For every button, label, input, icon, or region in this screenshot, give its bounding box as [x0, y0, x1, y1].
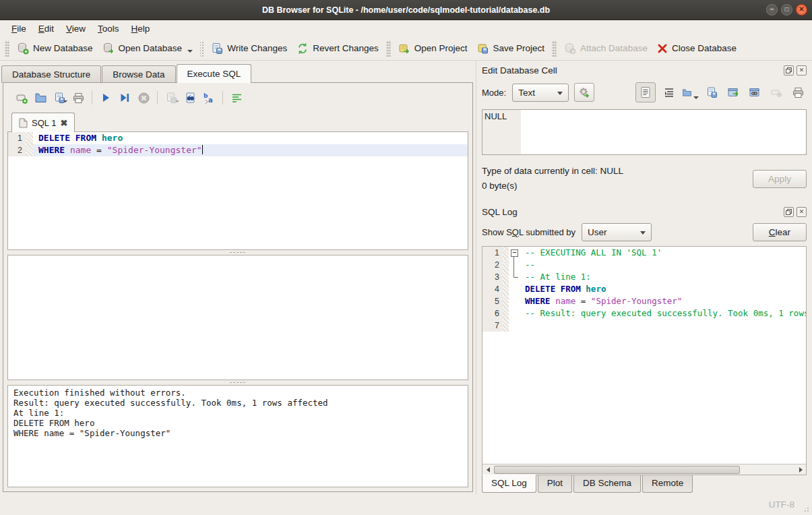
cell-type-info: Type of data currently in cell: NULL	[482, 164, 623, 179]
sql-editor-lines[interactable]: 1DELETE FROM hero2WHERE name = "Spider-Y…	[8, 132, 468, 156]
open-sql-tab-icon[interactable]	[13, 89, 30, 107]
dock-tab-sql-log[interactable]: SQL Log	[482, 475, 536, 493]
mode-label: Mode:	[482, 88, 506, 98]
toolbar-grip[interactable]	[5, 40, 9, 57]
open-database-icon	[102, 42, 115, 55]
sql-log-header: SQL Log ✕	[482, 204, 807, 219]
menu-view[interactable]: View	[60, 22, 92, 36]
code-line[interactable]: 2--	[482, 259, 806, 271]
resize-grip[interactable]	[801, 504, 810, 513]
close-database-button[interactable]: Close Database	[652, 40, 741, 57]
sql-log-filter-row: Show SQL submitted by User Clear	[482, 223, 807, 241]
code-line[interactable]: 7	[482, 320, 806, 332]
toolbar-grip[interactable]	[386, 40, 391, 57]
maximize-button[interactable]: □	[781, 4, 792, 16]
import-file-icon[interactable]	[682, 84, 699, 101]
revert-changes-button[interactable]: Revert Changes	[292, 40, 383, 57]
execute-all-icon[interactable]	[97, 89, 115, 107]
execute-sql-tabpage: ba SQL 1 ✖ 1DELETE FROM hero2WHERE name …	[3, 82, 473, 492]
import-gear-button[interactable]	[574, 83, 594, 102]
close-panel-icon[interactable]: ✕	[797, 207, 807, 217]
save-project-button[interactable]: Save Project	[472, 40, 550, 57]
cell-info-row: Type of data currently in cell: NULL 0 b…	[482, 164, 807, 193]
import-dropdown-caret[interactable]	[693, 96, 699, 99]
dock-tab-plot[interactable]: Plot	[538, 475, 572, 493]
code-line[interactable]: 1-- EXECUTING ALL IN 'SQL 1'	[482, 247, 806, 259]
word-wrap-icon[interactable]	[228, 89, 245, 107]
scrollbar-thumb[interactable]	[494, 466, 740, 474]
open-in-app-icon[interactable]	[725, 84, 742, 101]
toolbar-separator	[200, 40, 204, 57]
new-database-button[interactable]: New Database	[12, 40, 98, 57]
menu-file[interactable]: File	[5, 22, 32, 36]
right-dock: Edit Database Cell ✕ Mode: Text NULL Typ…	[476, 61, 812, 494]
cell-editor[interactable]: NULL	[482, 109, 807, 155]
sql-tab-label: SQL 1	[32, 118, 56, 128]
attach-database-button: Attach Database	[559, 40, 652, 57]
format-sql-icon[interactable]: ba	[200, 89, 218, 107]
sql-editor[interactable]: 1DELETE FROM hero2WHERE name = "Spider-Y…	[7, 131, 468, 250]
code-line[interactable]: 4DELETE FROM hero	[482, 283, 806, 295]
code-line[interactable]: 2WHERE name = "Spider-Youngster"	[8, 144, 468, 156]
find-icon[interactable]	[181, 89, 199, 107]
text-view-icon[interactable]	[635, 82, 656, 102]
filter-label: Show SQL submitted by	[482, 227, 575, 237]
encoding-indicator[interactable]: UTF-8	[769, 499, 794, 510]
results-grid[interactable]	[7, 255, 468, 380]
open-database-dropdown-caret[interactable]	[187, 50, 193, 53]
copy-link-icon[interactable]	[747, 84, 763, 101]
menu-help[interactable]: Help	[125, 22, 156, 36]
main-tab-bar: Database Structure Browse Data Execute S…	[0, 61, 476, 83]
menu-tools[interactable]: Tools	[92, 22, 125, 36]
scroll-left-arrow[interactable]	[482, 464, 493, 475]
code-line[interactable]: 5WHERE name = "Spider-Youngster"	[482, 295, 806, 307]
scroll-right-arrow[interactable]	[795, 464, 806, 475]
minimize-button[interactable]: –	[766, 4, 778, 16]
splitter-handle[interactable]	[7, 380, 468, 385]
open-sql-file-icon[interactable]	[32, 89, 49, 107]
mode-combobox[interactable]: Text	[512, 84, 569, 102]
tab-database-structure[interactable]: Database Structure	[1, 65, 101, 83]
write-changes-button[interactable]: Write Changes	[206, 40, 292, 57]
code-line[interactable]: 6-- Result: query executed successfully.…	[482, 307, 806, 320]
code-line[interactable]: 1DELETE FROM hero	[8, 132, 468, 144]
title-bar[interactable]: DB Browser for SQLite - /home/user/code/…	[0, 0, 812, 20]
cell-size-info: 0 byte(s)	[482, 179, 623, 193]
save-results-icon	[162, 89, 180, 107]
window-title: DB Browser for SQLite - /home/user/code/…	[262, 5, 550, 15]
execute-current-line-icon[interactable]	[116, 89, 133, 107]
dock-tab-db-schema[interactable]: DB Schema	[573, 475, 641, 493]
print-icon[interactable]	[69, 89, 87, 107]
tab-execute-sql[interactable]: Execute SQL	[177, 64, 252, 83]
submitted-by-combobox[interactable]: User	[582, 223, 652, 241]
tab-browse-data[interactable]: Browse Data	[102, 65, 175, 83]
toolbar-separator	[92, 91, 92, 104]
sql-log-lines: 1-- EXECUTING ALL IN 'SQL 1'2--3-- At li…	[482, 247, 806, 464]
sql-tab[interactable]: SQL 1 ✖	[11, 113, 75, 132]
toolbar-grip[interactable]	[552, 40, 557, 57]
toolbar-separator	[157, 91, 158, 104]
code-line[interactable]: 3-- At line 1:	[482, 271, 806, 283]
save-dropdown-caret[interactable]	[63, 100, 67, 102]
float-panel-icon[interactable]	[784, 65, 794, 75]
horizontal-scrollbar[interactable]	[482, 464, 806, 475]
new-database-icon	[17, 42, 29, 55]
execution-message-text: Execution finished without errors. Resul…	[13, 388, 328, 438]
dock-tab-remote[interactable]: Remote	[642, 475, 693, 493]
close-tab-icon[interactable]: ✖	[60, 118, 67, 128]
execution-message-pane[interactable]: Execution finished without errors. Resul…	[7, 385, 468, 487]
close-button[interactable]: ✕	[796, 4, 807, 16]
export-file-icon[interactable]	[704, 84, 720, 101]
word-wrap-icon[interactable]	[660, 84, 677, 101]
float-panel-icon[interactable]	[784, 207, 794, 217]
close-panel-icon[interactable]: ✕	[797, 65, 807, 75]
save-sql-file-icon[interactable]	[51, 89, 68, 107]
sql-log-view[interactable]: 1-- EXECUTING ALL IN 'SQL 1'2--3-- At li…	[482, 246, 807, 475]
print-icon[interactable]	[790, 84, 807, 101]
open-project-button[interactable]: Open Project	[394, 40, 472, 57]
splitter-handle[interactable]	[7, 250, 468, 255]
sql-log-title: SQL Log	[482, 207, 518, 217]
menu-edit[interactable]: Edit	[32, 22, 60, 36]
open-database-button[interactable]: Open Database	[98, 40, 198, 57]
clear-button[interactable]: Clear	[753, 223, 807, 241]
